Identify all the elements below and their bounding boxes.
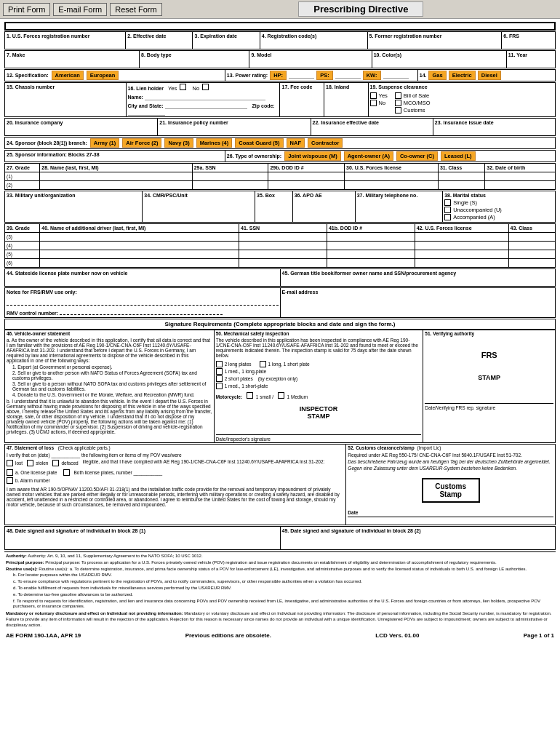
class3-value[interactable]: [508, 233, 555, 242]
1med-checkbox[interactable]: [216, 368, 223, 375]
field15-value[interactable]: [7, 90, 124, 99]
army-btn[interactable]: Army (1): [90, 138, 119, 148]
license6-value[interactable]: [415, 259, 508, 268]
field22-value[interactable]: [313, 126, 431, 135]
field11-value[interactable]: [508, 58, 553, 67]
kw-input[interactable]: [383, 73, 409, 79]
field4-value[interactable]: [262, 39, 366, 48]
field45-value[interactable]: [282, 276, 554, 285]
coastguard-btn[interactable]: Coast Guard (5): [235, 138, 283, 148]
contractor-btn[interactable]: Contractor: [308, 138, 343, 148]
license2-value[interactable]: [345, 181, 439, 190]
b-checkbox[interactable]: [7, 477, 13, 484]
ssn4-value[interactable]: [239, 242, 327, 250]
name4-value[interactable]: [40, 242, 239, 250]
name3-value[interactable]: [40, 233, 239, 242]
field8-value[interactable]: [141, 58, 247, 67]
ps-btn[interactable]: PS:: [316, 71, 333, 80]
2long-checkbox[interactable]: [216, 361, 223, 367]
reset-button[interactable]: Reset Form: [110, 3, 161, 16]
class6-value[interactable]: [508, 259, 555, 268]
gas-btn[interactable]: Gas: [428, 71, 446, 80]
accompanied-checkbox[interactable]: [444, 214, 451, 220]
navy-btn[interactable]: Navy (3): [164, 138, 193, 148]
field37-value[interactable]: [357, 199, 441, 207]
field36-value[interactable]: [295, 199, 353, 207]
single-checkbox[interactable]: [444, 199, 451, 206]
name2-value[interactable]: [40, 181, 192, 190]
block48-value[interactable]: [7, 534, 279, 549]
city-state-input[interactable]: [165, 103, 248, 109]
field23-value[interactable]: [435, 126, 553, 135]
field3-value[interactable]: [194, 39, 257, 48]
a-checkbox[interactable]: [7, 469, 13, 476]
class4-value[interactable]: [508, 242, 555, 250]
defaced-checkbox[interactable]: [52, 460, 59, 466]
field16-yes-checkbox[interactable]: [180, 84, 186, 90]
field21-value[interactable]: [159, 126, 308, 135]
dodid5-value[interactable]: [327, 250, 415, 259]
2short-checkbox[interactable]: [216, 375, 223, 382]
yes19-checkbox[interactable]: [370, 92, 377, 99]
ssn6-value[interactable]: [239, 259, 327, 268]
license5-value[interactable]: [415, 250, 508, 259]
license1-value[interactable]: [345, 172, 439, 181]
ssn3-value[interactable]: [239, 233, 327, 242]
airforce-btn[interactable]: Air Force (2): [122, 138, 161, 148]
dob2-value[interactable]: [485, 181, 556, 190]
ssn1-value[interactable]: [192, 172, 268, 181]
kw-btn[interactable]: KW:: [363, 71, 381, 80]
european-btn[interactable]: European: [87, 71, 119, 80]
unaccompanied-checkbox[interactable]: [444, 207, 451, 213]
field44-value[interactable]: [7, 276, 279, 285]
license4-value[interactable]: [415, 242, 508, 250]
dob1-value[interactable]: [485, 172, 556, 181]
email-button[interactable]: E-mail Form: [53, 3, 107, 16]
class5-value[interactable]: [508, 250, 555, 259]
ps-input[interactable]: [335, 73, 361, 79]
class1-value[interactable]: [438, 172, 484, 181]
field7-value[interactable]: [7, 58, 137, 67]
medium-checkbox[interactable]: [278, 392, 284, 399]
zip-input[interactable]: [128, 110, 166, 116]
notes-value[interactable]: [7, 295, 279, 306]
rmv-value[interactable]: [60, 308, 223, 315]
naf-btn[interactable]: NAF: [287, 138, 305, 148]
field35-value[interactable]: [257, 199, 291, 207]
field9-value[interactable]: [251, 58, 369, 67]
dodid3-value[interactable]: [327, 233, 415, 242]
field1-value[interactable]: [7, 39, 124, 48]
dodid4-value[interactable]: [327, 242, 415, 250]
diesel-btn[interactable]: Diesel: [478, 71, 501, 80]
ssn5-value[interactable]: [239, 250, 327, 259]
hp-btn[interactable]: HP:: [270, 71, 287, 80]
hp-input[interactable]: [289, 73, 314, 79]
field6-value[interactable]: [503, 39, 553, 48]
class2-value[interactable]: [438, 181, 484, 190]
marines-btn[interactable]: Marines (4): [196, 138, 233, 148]
1long1short-checkbox[interactable]: [260, 361, 266, 367]
field16-no-checkbox[interactable]: [202, 84, 209, 90]
joint-btn[interactable]: Joint w/spouse (M): [284, 151, 341, 161]
lien-name-input[interactable]: [145, 95, 265, 100]
lost-checkbox[interactable]: [7, 460, 13, 466]
electric-btn[interactable]: Electric: [449, 71, 476, 80]
name1-value[interactable]: [40, 172, 192, 181]
american-btn[interactable]: American: [52, 71, 84, 80]
field10-value[interactable]: [374, 58, 505, 67]
block49-value[interactable]: [282, 534, 554, 549]
print-button[interactable]: Print Form: [3, 3, 50, 16]
field2-value[interactable]: [127, 39, 191, 48]
leased-btn[interactable]: Leased (L): [441, 151, 476, 161]
billsale-checkbox[interactable]: [395, 92, 401, 99]
field33-value[interactable]: [7, 199, 140, 207]
stolen-checkbox[interactable]: [27, 460, 33, 466]
both-plates-checkbox[interactable]: [63, 469, 70, 476]
dodid2-value[interactable]: [268, 181, 345, 190]
coowner-btn[interactable]: Co-owner (C): [396, 151, 438, 161]
dodid1-value[interactable]: [268, 172, 345, 181]
mco-checkbox[interactable]: [395, 100, 401, 106]
agent-btn[interactable]: Agent-owner (A): [344, 151, 393, 161]
no19-checkbox[interactable]: [370, 100, 377, 106]
field34-value[interactable]: [144, 199, 253, 207]
